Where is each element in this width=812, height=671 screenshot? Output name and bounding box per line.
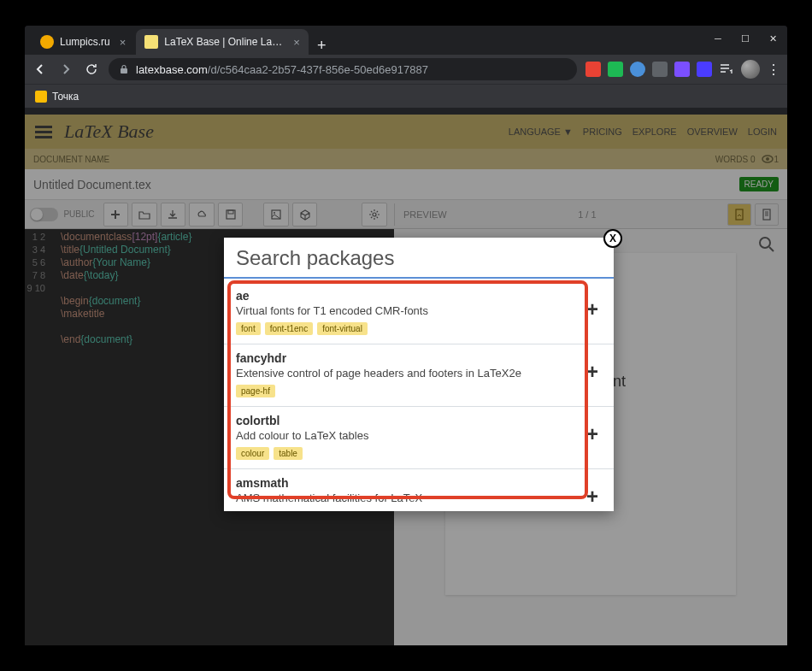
package-item[interactable]: colortbl Add colour to LaTeX tables colo… <box>224 407 614 469</box>
filename[interactable]: Untitled Document.tex <box>33 178 151 191</box>
package-tag[interactable]: font-virtual <box>317 322 368 335</box>
nav-overview[interactable]: OVERVIEW <box>687 127 738 137</box>
minimize-button[interactable]: ─ <box>712 32 724 44</box>
tab-favicon <box>40 35 54 49</box>
pdf-view-button[interactable] <box>727 203 751 226</box>
address-bar-row: latexbase.com/d/c564caa2-2b57-437f-856e-… <box>25 55 787 84</box>
new-tab-button[interactable]: + <box>310 37 333 55</box>
package-description: Extensive control of page headers and fo… <box>236 367 598 380</box>
close-tab-icon[interactable]: × <box>120 36 127 49</box>
text-view-button[interactable] <box>755 203 779 226</box>
bookmark-item[interactable]: Точка <box>35 91 79 103</box>
close-modal-button[interactable]: X <box>603 229 622 248</box>
package-tags: colourtable <box>236 447 598 460</box>
app-title: LaTeX Base <box>64 121 154 143</box>
svg-point-6 <box>274 212 275 214</box>
folder-icon <box>35 91 47 103</box>
preview-label: PREVIEW <box>403 209 447 220</box>
close-window-button[interactable]: ✕ <box>767 32 779 44</box>
ext-icon[interactable] <box>697 62 712 77</box>
nav-explore[interactable]: EXPLORE <box>633 127 677 137</box>
maximize-button[interactable]: ☐ <box>739 32 751 44</box>
package-tags: page-hf <box>236 385 598 397</box>
add-package-button[interactable]: + <box>586 360 598 384</box>
package-tags: fontfont-t1encfont-virtual <box>236 322 598 335</box>
add-package-button[interactable]: + <box>586 297 598 321</box>
zoom-icon[interactable] <box>758 236 775 256</box>
download-button[interactable] <box>161 203 186 227</box>
url-path: /d/c564caa2-2b57-437f-856e-50ed6e917887 <box>208 63 428 76</box>
browser-menu-icon[interactable]: ⋮ <box>767 62 780 78</box>
package-tag[interactable]: font <box>236 322 261 335</box>
url-domain: latexbase.com <box>136 63 208 76</box>
word-count: 0 <box>750 155 756 164</box>
back-button[interactable] <box>32 61 49 78</box>
ext-icon[interactable] <box>585 62 601 77</box>
lock-icon <box>119 64 129 74</box>
app-header: LaTeX Base LANGUAGE ▼ PRICING EXPLORE OV… <box>25 115 787 149</box>
ext-icon[interactable] <box>608 62 623 77</box>
cloud-button[interactable] <box>189 203 215 227</box>
package-tag[interactable]: table <box>274 447 303 460</box>
modal-title: Search packages <box>224 238 614 277</box>
package-tag[interactable]: colour <box>236 447 269 460</box>
forward-button[interactable] <box>57 61 74 78</box>
nav-login[interactable]: LOGIN <box>748 127 777 137</box>
package-tag[interactable]: page-hf <box>236 385 275 397</box>
ext-icon[interactable] <box>674 62 690 77</box>
svg-rect-4 <box>228 210 233 214</box>
package-description: AMS mathematical facilities for LaTeX <box>236 491 598 503</box>
top-nav: LANGUAGE ▼ PRICING EXPLORE OVERVIEW LOGI… <box>509 127 777 137</box>
view-count: 1 <box>774 155 779 164</box>
package-description: Virtual fonts for T1 encoded CMR-fonts <box>236 304 598 317</box>
new-button[interactable] <box>103 203 129 227</box>
nav-language[interactable]: LANGUAGE ▼ <box>509 127 573 137</box>
nav-pricing[interactable]: PRICING <box>583 127 622 137</box>
svg-rect-0 <box>121 68 127 74</box>
browser-tab-latexbase[interactable]: LaTeX Base | Online LaTeX Editor × <box>136 29 309 55</box>
add-package-button[interactable]: + <box>586 422 598 446</box>
views-stat: 1 <box>762 153 779 165</box>
page-indicator: 1 / 1 <box>578 209 596 220</box>
package-name: colortbl <box>236 414 598 427</box>
filename-row: Untitled Document.tex READY <box>25 169 787 200</box>
chevron-down-icon: ▼ <box>563 127 573 137</box>
package-item[interactable]: amsmath AMS mathematical facilities for … <box>224 469 614 503</box>
settings-button[interactable] <box>362 203 387 227</box>
public-toggle[interactable] <box>30 208 58 221</box>
svg-point-10 <box>760 238 770 248</box>
tab-favicon <box>144 35 158 49</box>
save-button[interactable] <box>218 203 244 227</box>
browser-tab-lumpics[interactable]: Lumpics.ru × <box>32 29 134 55</box>
package-list-container[interactable]: ae Virtual fonts for T1 encoded CMR-font… <box>224 279 614 503</box>
bookmarks-bar: Точка <box>25 84 787 108</box>
package-item[interactable]: fancyhdr Extensive control of page heade… <box>224 344 614 407</box>
ext-icon[interactable] <box>652 62 668 77</box>
search-packages-modal: X Search packages ae Virtual fonts for T… <box>224 238 614 511</box>
menu-icon[interactable] <box>35 126 52 138</box>
docname-label: DOCUMENT NAME <box>33 155 109 164</box>
tab-strip: Lumpics.ru × LaTeX Base | Online LaTeX E… <box>25 26 787 55</box>
package-item[interactable]: ae Virtual fonts for T1 encoded CMR-font… <box>224 282 614 344</box>
ready-badge: READY <box>739 177 779 191</box>
tab-title: Lumpics.ru <box>60 36 110 48</box>
package-button[interactable] <box>292 203 318 227</box>
bookmark-label: Точка <box>52 91 79 103</box>
line-numbers: 1 2 3 4 5 6 7 8 9 10 <box>25 229 50 645</box>
package-name: amsmath <box>236 476 598 490</box>
profile-avatar[interactable] <box>741 60 760 79</box>
address-bar[interactable]: latexbase.com/d/c564caa2-2b57-437f-856e-… <box>109 58 577 80</box>
doc-status-bar: DOCUMENT NAME WORDS 0 1 <box>25 149 787 169</box>
ext-icon[interactable] <box>630 62 645 77</box>
image-button[interactable] <box>263 203 289 227</box>
tab-title: LaTeX Base | Online LaTeX Editor <box>164 36 284 48</box>
music-list-icon[interactable] <box>719 62 734 77</box>
package-tag[interactable]: font-t1enc <box>265 322 313 335</box>
add-package-button[interactable]: + <box>586 485 598 503</box>
close-tab-icon[interactable]: × <box>293 36 300 49</box>
reload-button[interactable] <box>83 61 100 78</box>
public-label: PUBLIC <box>63 209 94 219</box>
words-label: WORDS <box>715 155 748 164</box>
package-name: fancyhdr <box>236 351 598 365</box>
open-button[interactable] <box>132 203 157 227</box>
